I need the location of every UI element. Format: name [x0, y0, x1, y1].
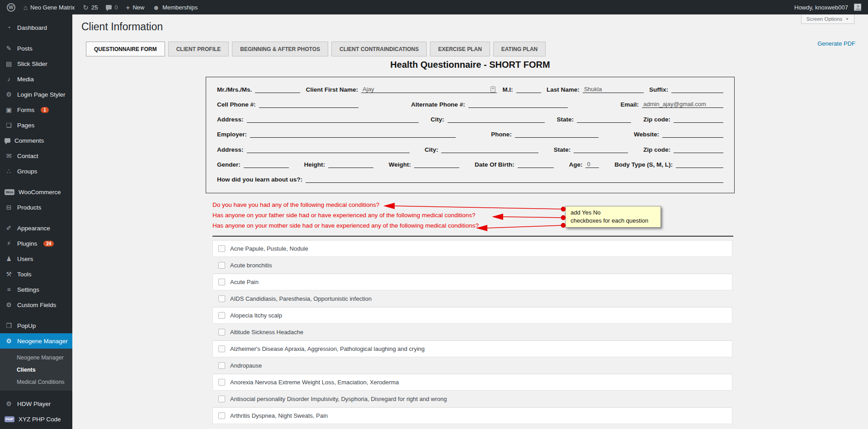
memberships-menu[interactable]: ☻ Memberships	[148, 0, 202, 14]
field-input-age[interactable]: 0	[585, 160, 599, 168]
field-input-cell-phone[interactable]	[259, 100, 359, 108]
field-input-state[interactable]	[577, 115, 631, 123]
condition-checkbox[interactable]	[218, 362, 225, 369]
sidebar-item-login-page-styler[interactable]: ⚙Login Page Styler	[0, 87, 72, 102]
sidebar-item-custom-fields[interactable]: ⚙Custom Fields	[0, 297, 72, 312]
people-icon: ☻	[152, 4, 160, 11]
tab-exercise-plan[interactable]: EXERCISE PLAN	[430, 42, 490, 56]
updates-link[interactable]: ↻ 25	[79, 0, 102, 14]
sidebar-item-dashboard[interactable]: ◔Dashboard	[0, 20, 72, 35]
sidebar-item-posts[interactable]: ✎Posts	[0, 41, 72, 56]
condition-checkbox[interactable]	[218, 295, 225, 302]
sidebar-item-pages[interactable]: ❏Pages	[0, 117, 72, 133]
sidebar-item-appearance[interactable]: ✐Appearance	[0, 220, 72, 236]
field-input-zip-code[interactable]	[674, 145, 723, 153]
sidebar-item-products[interactable]: ⊟Products	[0, 200, 72, 215]
sidebar-item-popup[interactable]: ❒PopUp	[0, 318, 72, 333]
admin-bar: W ⌂ Neo Gene Matrix ↻ 25 0 + New ☻ Membe…	[0, 0, 868, 14]
field-input-date-of-birth[interactable]	[518, 160, 554, 168]
sidebar-item-comments[interactable]: Comments	[0, 133, 72, 148]
field-input-website[interactable]	[662, 130, 723, 138]
condition-checkbox[interactable]	[218, 312, 225, 319]
field-input-body-type-s-m-l[interactable]	[676, 160, 723, 168]
condition-row[interactable]: Arthritis Dyspnea, Night Sweats, Pain	[212, 407, 732, 424]
condition-checkbox[interactable]	[218, 262, 225, 269]
sidebar-item-forms[interactable]: ▣Forms1	[0, 102, 72, 117]
tab-client-contraindications[interactable]: CLIENT CONTRAINDICATIONS	[331, 42, 427, 56]
submenu-item-medical-conditions[interactable]: Medical Conditions	[0, 376, 72, 388]
condition-row[interactable]: Acute Pain	[212, 274, 732, 290]
condition-checkbox[interactable]	[218, 279, 225, 285]
home-icon: ⌂	[24, 4, 28, 11]
condition-checkbox[interactable]	[218, 396, 225, 402]
sidebar-item-hdw-player[interactable]: ⚙HDW Player	[0, 396, 72, 411]
sidebar-item-settings[interactable]: ≡Settings	[0, 282, 72, 297]
sidebar-item-plugins[interactable]: ⚡Plugins24	[0, 236, 72, 251]
tab-client-profile[interactable]: CLIENT PROFILE	[168, 42, 229, 56]
form-row: How did you learn about us?:	[217, 175, 723, 183]
condition-row[interactable]: Antisocial personality Disorder Impulsiv…	[212, 391, 732, 407]
condition-row[interactable]: Alzheimer's Disease Apraxia, Aggression,…	[212, 340, 732, 357]
field-input-city[interactable]	[441, 145, 538, 153]
condition-row[interactable]: Alopecia Itchy scalp	[212, 307, 732, 324]
form-row: Address:City:State:Zip code:	[217, 115, 723, 123]
field-input-alternate-phone[interactable]	[468, 100, 568, 108]
field-input-height[interactable]	[328, 160, 373, 168]
field-input-state[interactable]	[574, 145, 628, 153]
field-input-phone[interactable]	[515, 130, 599, 138]
generate-pdf-link[interactable]: Generate PDF	[817, 40, 855, 47]
sidebar-item-label: HDW Player	[17, 401, 51, 407]
new-content-menu[interactable]: + New	[122, 0, 149, 14]
screen-options-button[interactable]: Screen Options ▼	[801, 14, 854, 24]
submenu-item-neogene-manager[interactable]: Neogene Manager	[0, 352, 72, 364]
condition-row[interactable]: AIDS Candidiasis, Paresthesia, Opportuni…	[212, 290, 732, 307]
field-input-email[interactable]: admin_ajay@gmail.com	[642, 100, 723, 108]
media-icon: ♪	[5, 75, 13, 83]
field-label: Zip code:	[643, 116, 670, 123]
count-badge: 24	[43, 241, 54, 247]
condition-checkbox[interactable]	[218, 379, 225, 386]
field-input-zip-code[interactable]	[674, 115, 723, 123]
comments-link[interactable]: 0	[102, 0, 122, 14]
sidebar-item-contact[interactable]: ✉Contact	[0, 148, 72, 163]
sidebar-item-slick-slider[interactable]: ▤Slick Slider	[0, 56, 72, 71]
field-input-city[interactable]	[448, 115, 545, 123]
field-input-weight[interactable]	[414, 160, 459, 168]
tab-questionnaire-form[interactable]: QUESTIONNAIRE FORM	[86, 42, 165, 56]
sidebar-item-woocommerce[interactable]: WooWooCommerce	[0, 184, 72, 200]
field-input-address[interactable]	[247, 115, 419, 123]
sidebar-item-memberships[interactable]: ☻Memberships	[0, 427, 72, 429]
condition-row[interactable]: Andropause	[212, 357, 732, 374]
account-menu[interactable]: Howdy, knoxweb007	[790, 0, 865, 14]
field-input-suffix[interactable]	[671, 85, 723, 93]
condition-checkbox[interactable]	[218, 345, 225, 352]
field-input-client-first-name[interactable]: Ajay	[361, 85, 497, 93]
condition-checkbox[interactable]	[218, 245, 225, 252]
sidebar-item-xyz-php-code[interactable]: PHPXYZ PHP Code	[0, 411, 72, 427]
condition-row[interactable]: Anorexia Nervosa Extreme Weight Loss, Em…	[212, 374, 732, 391]
sidebar-item-groups[interactable]: ∴Groups	[0, 163, 72, 179]
field-input-last-name[interactable]: Shukla	[583, 85, 644, 93]
wordpress-menu[interactable]: W	[3, 0, 19, 14]
condition-checkbox[interactable]	[218, 329, 225, 336]
sidebar-item-tools[interactable]: ⚒Tools	[0, 266, 72, 282]
condition-row[interactable]: Acute bronchitis	[212, 257, 732, 274]
site-link[interactable]: ⌂ Neo Gene Matrix	[19, 0, 79, 14]
field-label: Client First Name:	[306, 86, 359, 93]
field-input-m-i[interactable]	[516, 85, 541, 93]
field-input-how-did-you-learn-about-us[interactable]	[306, 175, 723, 183]
submenu-item-clients[interactable]: Clients	[0, 364, 72, 376]
tab-eating-plan[interactable]: EATING PLAN	[493, 42, 546, 56]
sidebar-item-users[interactable]: ♟Users	[0, 251, 72, 266]
condition-row[interactable]: Altitude Sickness Headache	[212, 324, 732, 340]
condition-checkbox[interactable]	[218, 412, 225, 419]
field-input-address[interactable]	[247, 145, 410, 153]
tab-beginning-after-photos[interactable]: BEGINNING & AFTER PHOTOS	[232, 42, 328, 56]
dashboard-icon: ◔	[5, 24, 13, 31]
field-input-gender[interactable]	[244, 160, 289, 168]
field-input-employer[interactable]	[250, 130, 456, 138]
sidebar-item-neogene-manager[interactable]: ⚙Neogene Manager	[0, 333, 72, 349]
condition-row[interactable]: Acne Papule, Pustule, Nodule	[212, 240, 732, 257]
field-input-mr-mrs-ms[interactable]	[255, 85, 300, 93]
sidebar-item-media[interactable]: ♪Media	[0, 71, 72, 87]
